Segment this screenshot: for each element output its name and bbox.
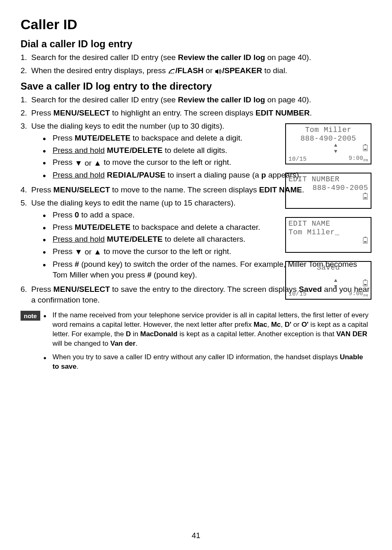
battery-icon (362, 192, 368, 201)
svg-rect-8 (364, 237, 366, 238)
lcd-panel-3: EDIT NAME Tom Miller_ (285, 217, 371, 253)
dial-step-2: 2. When the desired entry displays, pres… (21, 65, 371, 76)
svg-text:TALK: TALK (169, 72, 175, 74)
speaker-icon (215, 66, 222, 75)
updown-icon: ▲▼ (334, 143, 337, 155)
page-number: 41 (0, 531, 392, 540)
lcd-column: Tom Miller 888-490-2005 ▲▼ 10/15 9:00PM … (285, 123, 371, 300)
lcd-panel-1: Tom Miller 888-490-2005 ▲▼ 10/15 9:00PM (285, 123, 371, 164)
note-item-1: If the name received from your telephone… (44, 311, 371, 349)
step5-sub-2: Press MUTE/DELETE to backspace and delet… (43, 222, 306, 233)
note-list: If the name received from your telephone… (44, 311, 371, 376)
down-up-arrows-icon: ▼ or ▲ (75, 247, 101, 257)
save-step-1: 1. Search for the desired caller ID entr… (21, 95, 371, 105)
lcd-panel-2: EDIT NUMBER 888-490-2005 (285, 173, 371, 208)
battery-icon (362, 279, 368, 289)
down-up-arrows-icon: ▼ or ▲ (75, 158, 101, 169)
svg-rect-5 (364, 193, 366, 194)
lcd-panel-4: Saved ▲▼ 10/15 9:00PM (285, 261, 371, 300)
page-title: Caller ID (21, 16, 371, 32)
heading-save: Save a caller ID log entry to the direct… (21, 81, 371, 92)
note-block: note If the name received from your tele… (21, 311, 371, 376)
dial-steps: 1. Search for the desired caller ID entr… (21, 52, 371, 76)
svg-rect-6 (364, 197, 367, 199)
talk-icon: TALK (168, 66, 175, 75)
note-badge: note (21, 311, 40, 321)
svg-rect-3 (364, 149, 367, 150)
dial-step-1: 1. Search for the desired caller ID entr… (21, 52, 371, 63)
step5-sub-3: Press and hold MUTE/DELETE to delete all… (43, 234, 306, 245)
save-step-2: 2. Press MENU/SELECT to highlight an ent… (21, 108, 371, 118)
svg-rect-2 (364, 144, 366, 145)
battery-icon (362, 236, 368, 245)
updown-icon: ▲▼ (334, 278, 337, 290)
svg-rect-11 (364, 280, 366, 280)
heading-dial: Dial a caller ID log entry (21, 38, 371, 50)
step5-sub-1: Press 0 to add a space. (43, 210, 306, 220)
battery-icon (362, 144, 368, 154)
note-item-2: When you try to save a caller ID entry w… (44, 353, 371, 372)
svg-rect-9 (364, 241, 367, 243)
svg-rect-12 (364, 284, 367, 285)
